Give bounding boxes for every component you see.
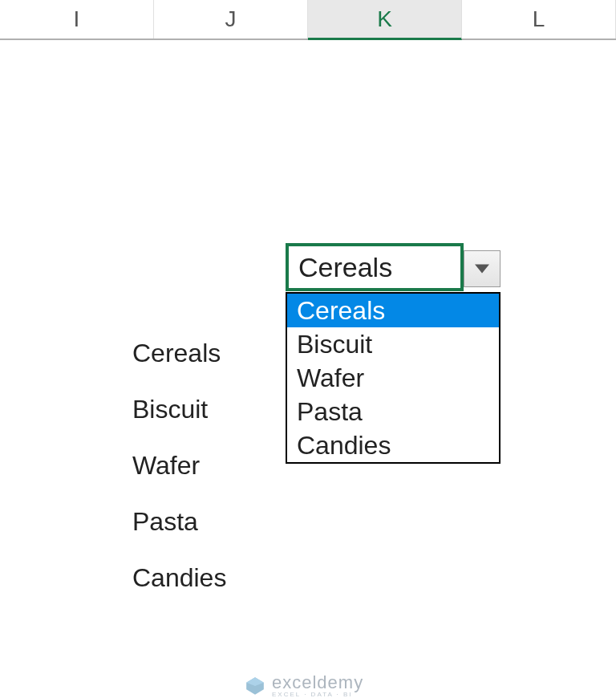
dropdown-arrow-button[interactable]: [464, 250, 500, 287]
dropdown-option-biscuit[interactable]: Biscuit: [287, 327, 499, 361]
watermark-name: exceldemy: [272, 674, 363, 692]
chevron-down-icon: [475, 264, 489, 274]
dropdown-option-wafer[interactable]: Wafer: [287, 361, 499, 395]
dropdown-option-candies[interactable]: Candies: [287, 428, 499, 462]
column-header-k[interactable]: K: [308, 0, 462, 40]
cell-j-row4[interactable]: Pasta: [132, 493, 226, 550]
watermark-tagline: EXCEL · DATA · BI: [272, 692, 363, 698]
column-header-l[interactable]: L: [462, 0, 616, 39]
dropdown-option-cereals[interactable]: Cereals: [287, 294, 499, 327]
column-header-i[interactable]: I: [0, 0, 154, 39]
data-validation-dropdown[interactable]: Cereals Biscuit Wafer Pasta Candies: [286, 292, 500, 464]
active-cell-k[interactable]: Cereals: [286, 243, 464, 291]
column-header-row: I J K L: [0, 0, 616, 40]
watermark-text: exceldemy EXCEL · DATA · BI: [272, 674, 363, 698]
watermark: exceldemy EXCEL · DATA · BI: [245, 674, 363, 698]
column-header-j[interactable]: J: [154, 0, 308, 39]
cell-j-row5[interactable]: Candies: [132, 550, 226, 606]
cell-j-row3[interactable]: Wafer: [132, 437, 226, 493]
source-data-list: Cereals Biscuit Wafer Pasta Candies: [132, 325, 226, 606]
cell-j-row2[interactable]: Biscuit: [132, 381, 226, 437]
cell-j-row1[interactable]: Cereals: [132, 325, 226, 381]
exceldemy-logo-icon: [245, 676, 265, 696]
dropdown-option-pasta[interactable]: Pasta: [287, 395, 499, 428]
grid-area[interactable]: Cereals Biscuit Wafer Pasta Candies Cere…: [0, 40, 616, 698]
svg-marker-0: [475, 265, 489, 274]
